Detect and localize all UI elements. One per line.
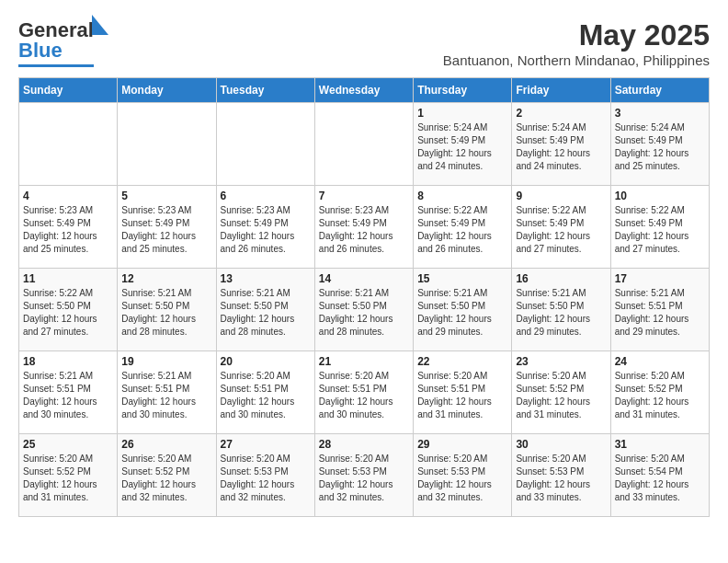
day-number: 16 <box>516 272 606 285</box>
day-info: Sunrise: 5:21 AM Sunset: 5:50 PM Dayligh… <box>221 287 311 339</box>
calendar-cell: 7Sunrise: 5:23 AM Sunset: 5:49 PM Daylig… <box>314 186 413 269</box>
logo-triangle-icon <box>92 15 108 35</box>
day-number: 1 <box>417 107 507 120</box>
day-number: 13 <box>221 272 311 285</box>
calendar-cell: 16Sunrise: 5:21 AM Sunset: 5:50 PM Dayli… <box>512 269 610 351</box>
day-info: Sunrise: 5:20 AM Sunset: 5:52 PM Dayligh… <box>516 370 606 421</box>
calendar-week-4: 25Sunrise: 5:20 AM Sunset: 5:52 PM Dayli… <box>19 434 710 517</box>
day-number: 24 <box>615 355 705 368</box>
day-number: 12 <box>121 272 211 285</box>
day-number: 2 <box>516 107 606 120</box>
calendar-cell: 22Sunrise: 5:20 AM Sunset: 5:51 PM Dayli… <box>414 351 512 434</box>
day-info: Sunrise: 5:20 AM Sunset: 5:52 PM Dayligh… <box>121 453 211 504</box>
calendar-week-1: 4Sunrise: 5:23 AM Sunset: 5:49 PM Daylig… <box>19 186 710 269</box>
day-number: 29 <box>417 438 507 451</box>
day-number: 27 <box>221 438 311 451</box>
day-info: Sunrise: 5:22 AM Sunset: 5:49 PM Dayligh… <box>516 204 606 256</box>
calendar-cell: 6Sunrise: 5:23 AM Sunset: 5:49 PM Daylig… <box>216 186 314 269</box>
day-info: Sunrise: 5:21 AM Sunset: 5:51 PM Dayligh… <box>615 287 705 339</box>
calendar-cell: 20Sunrise: 5:20 AM Sunset: 5:51 PM Dayli… <box>216 351 314 434</box>
calendar-cell: 25Sunrise: 5:20 AM Sunset: 5:52 PM Dayli… <box>19 434 118 517</box>
day-info: Sunrise: 5:23 AM Sunset: 5:49 PM Dayligh… <box>23 204 113 256</box>
calendar-cell: 29Sunrise: 5:20 AM Sunset: 5:53 PM Dayli… <box>414 434 512 517</box>
calendar-cell: 23Sunrise: 5:20 AM Sunset: 5:52 PM Dayli… <box>512 351 610 434</box>
day-number: 15 <box>417 272 507 285</box>
calendar-cell: 11Sunrise: 5:22 AM Sunset: 5:50 PM Dayli… <box>19 269 118 351</box>
day-info: Sunrise: 5:23 AM Sunset: 5:49 PM Dayligh… <box>121 204 211 256</box>
day-info: Sunrise: 5:22 AM Sunset: 5:50 PM Dayligh… <box>23 287 113 339</box>
day-info: Sunrise: 5:20 AM Sunset: 5:53 PM Dayligh… <box>319 453 409 504</box>
day-number: 28 <box>319 438 409 451</box>
calendar-week-2: 11Sunrise: 5:22 AM Sunset: 5:50 PM Dayli… <box>19 269 710 351</box>
day-number: 22 <box>417 355 507 368</box>
calendar-cell: 9Sunrise: 5:22 AM Sunset: 5:49 PM Daylig… <box>512 186 610 269</box>
day-number: 21 <box>319 355 409 368</box>
day-info: Sunrise: 5:24 AM Sunset: 5:49 PM Dayligh… <box>516 121 606 173</box>
calendar-subtitle: Bantuanon, Northern Mindanao, Philippine… <box>443 52 710 68</box>
day-number: 4 <box>23 190 113 202</box>
calendar-week-3: 18Sunrise: 5:21 AM Sunset: 5:51 PM Dayli… <box>19 351 710 434</box>
calendar-cell: 27Sunrise: 5:20 AM Sunset: 5:53 PM Dayli… <box>216 434 314 517</box>
day-info: Sunrise: 5:24 AM Sunset: 5:49 PM Dayligh… <box>615 121 705 173</box>
day-info: Sunrise: 5:24 AM Sunset: 5:49 PM Dayligh… <box>417 121 507 173</box>
day-number: 7 <box>319 190 409 202</box>
calendar-cell: 19Sunrise: 5:21 AM Sunset: 5:51 PM Dayli… <box>118 351 216 434</box>
calendar-cell: 24Sunrise: 5:20 AM Sunset: 5:52 PM Dayli… <box>610 351 709 434</box>
day-number: 23 <box>516 355 606 368</box>
calendar-cell: 18Sunrise: 5:21 AM Sunset: 5:51 PM Dayli… <box>19 351 118 434</box>
day-number: 25 <box>23 438 113 451</box>
calendar-cell: 5Sunrise: 5:23 AM Sunset: 5:49 PM Daylig… <box>118 186 216 269</box>
day-info: Sunrise: 5:20 AM Sunset: 5:51 PM Dayligh… <box>221 370 311 421</box>
day-info: Sunrise: 5:21 AM Sunset: 5:50 PM Dayligh… <box>121 287 211 339</box>
day-number: 6 <box>221 190 311 202</box>
day-number: 9 <box>516 190 606 202</box>
day-number: 18 <box>23 355 113 368</box>
day-header-thursday: Thursday <box>414 78 512 103</box>
calendar-cell: 14Sunrise: 5:21 AM Sunset: 5:50 PM Dayli… <box>314 269 413 351</box>
page-header: General Blue May 2025 Bantuanon, Norther… <box>18 18 710 68</box>
calendar-cell: 3Sunrise: 5:24 AM Sunset: 5:49 PM Daylig… <box>610 103 709 186</box>
day-info: Sunrise: 5:21 AM Sunset: 5:51 PM Dayligh… <box>121 370 211 421</box>
logo-general: General <box>18 18 94 41</box>
day-info: Sunrise: 5:20 AM Sunset: 5:53 PM Dayligh… <box>221 453 311 504</box>
day-info: Sunrise: 5:20 AM Sunset: 5:52 PM Dayligh… <box>615 370 705 421</box>
day-header-sunday: Sunday <box>19 78 118 103</box>
day-number: 20 <box>221 355 311 368</box>
calendar-cell: 12Sunrise: 5:21 AM Sunset: 5:50 PM Dayli… <box>118 269 216 351</box>
day-info: Sunrise: 5:20 AM Sunset: 5:53 PM Dayligh… <box>516 453 606 504</box>
calendar-cell: 10Sunrise: 5:22 AM Sunset: 5:49 PM Dayli… <box>610 186 709 269</box>
day-number: 5 <box>121 190 211 202</box>
day-info: Sunrise: 5:21 AM Sunset: 5:50 PM Dayligh… <box>417 287 507 339</box>
day-header-tuesday: Tuesday <box>216 78 314 103</box>
calendar-cell: 28Sunrise: 5:20 AM Sunset: 5:53 PM Dayli… <box>314 434 413 517</box>
calendar-cell <box>216 103 314 186</box>
calendar-cell: 26Sunrise: 5:20 AM Sunset: 5:52 PM Dayli… <box>118 434 216 517</box>
day-number: 10 <box>615 190 705 202</box>
calendar-cell: 15Sunrise: 5:21 AM Sunset: 5:50 PM Dayli… <box>414 269 512 351</box>
day-info: Sunrise: 5:20 AM Sunset: 5:51 PM Dayligh… <box>417 370 507 421</box>
day-number: 30 <box>516 438 606 451</box>
day-number: 14 <box>319 272 409 285</box>
day-header-saturday: Saturday <box>610 78 709 103</box>
calendar-cell: 8Sunrise: 5:22 AM Sunset: 5:49 PM Daylig… <box>414 186 512 269</box>
day-number: 26 <box>121 438 211 451</box>
day-info: Sunrise: 5:22 AM Sunset: 5:49 PM Dayligh… <box>417 204 507 256</box>
day-number: 11 <box>23 272 113 285</box>
calendar-week-0: 1Sunrise: 5:24 AM Sunset: 5:49 PM Daylig… <box>19 103 710 186</box>
day-info: Sunrise: 5:20 AM Sunset: 5:54 PM Dayligh… <box>615 453 705 504</box>
day-info: Sunrise: 5:21 AM Sunset: 5:51 PM Dayligh… <box>23 370 113 421</box>
calendar-cell: 2Sunrise: 5:24 AM Sunset: 5:49 PM Daylig… <box>512 103 610 186</box>
calendar-title: May 2025 <box>443 18 710 52</box>
calendar-cell: 13Sunrise: 5:21 AM Sunset: 5:50 PM Dayli… <box>216 269 314 351</box>
day-info: Sunrise: 5:20 AM Sunset: 5:53 PM Dayligh… <box>417 453 507 504</box>
calendar-body: 1Sunrise: 5:24 AM Sunset: 5:49 PM Daylig… <box>19 103 710 517</box>
day-info: Sunrise: 5:21 AM Sunset: 5:50 PM Dayligh… <box>319 287 409 339</box>
logo-underline <box>18 64 94 67</box>
days-of-week-row: SundayMondayTuesdayWednesdayThursdayFrid… <box>19 78 710 103</box>
calendar-cell <box>19 103 118 186</box>
day-header-friday: Friday <box>512 78 610 103</box>
calendar-cell: 31Sunrise: 5:20 AM Sunset: 5:54 PM Dayli… <box>610 434 709 517</box>
day-number: 31 <box>615 438 705 451</box>
calendar-header: SundayMondayTuesdayWednesdayThursdayFrid… <box>19 78 710 103</box>
day-info: Sunrise: 5:23 AM Sunset: 5:49 PM Dayligh… <box>221 204 311 256</box>
